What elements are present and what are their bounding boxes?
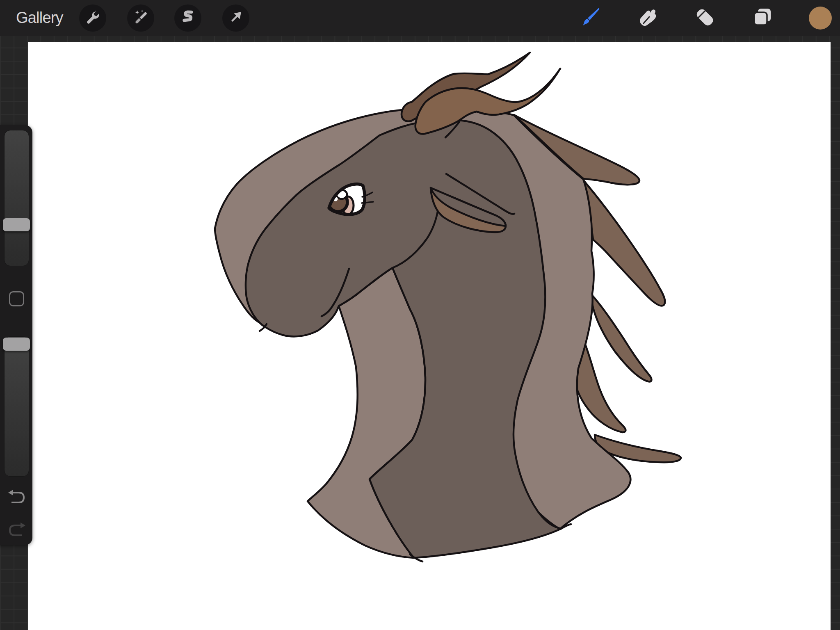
modify-button[interactable] — [9, 291, 24, 306]
brush-sidebar — [0, 125, 32, 545]
magic-wand-icon — [132, 9, 149, 27]
layers-icon — [751, 5, 774, 31]
paint-brush-icon — [579, 5, 603, 31]
mane-strand-c — [591, 294, 652, 381]
layers-button[interactable] — [749, 5, 776, 32]
redo-arrow-icon — [7, 522, 27, 539]
redo-button[interactable] — [7, 522, 27, 541]
gallery-button[interactable]: Gallery — [16, 9, 63, 27]
undo-arrow-icon — [7, 489, 27, 507]
opacity-handle[interactable] — [3, 338, 30, 351]
brush-size-slider[interactable] — [4, 130, 29, 266]
eraser-tool-button[interactable] — [692, 5, 719, 32]
drawing-canvas[interactable] — [28, 42, 831, 630]
undo-button[interactable] — [7, 489, 27, 508]
actions-button[interactable] — [79, 5, 106, 32]
eraser-icon — [693, 5, 717, 31]
brush-size-handle[interactable] — [3, 218, 30, 231]
adjustments-button[interactable] — [127, 5, 154, 32]
color-swatch-button[interactable] — [809, 7, 832, 30]
selection-button[interactable] — [174, 5, 201, 32]
horse-artwork — [28, 42, 831, 630]
paint-tool-button[interactable] — [577, 5, 604, 32]
smudge-finger-icon — [636, 5, 660, 31]
mane-strand-b — [584, 180, 665, 306]
transform-arrow-icon — [228, 9, 244, 27]
smudge-tool-button[interactable] — [634, 5, 661, 32]
top-toolbar: Gallery — [0, 0, 840, 36]
opacity-slider[interactable] — [4, 336, 29, 477]
selection-s-icon — [180, 9, 196, 27]
transform-button[interactable] — [222, 5, 249, 32]
wrench-icon — [84, 9, 101, 27]
